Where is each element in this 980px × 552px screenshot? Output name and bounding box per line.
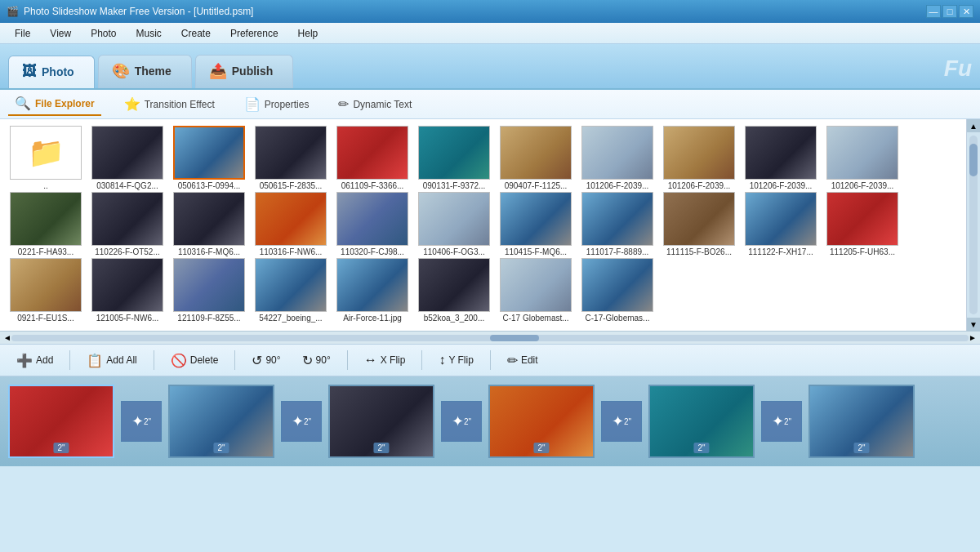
list-item[interactable]: 111017-F-8889...	[578, 192, 657, 256]
list-item[interactable]: 101206-F-2039...	[742, 126, 820, 190]
filmstrip-item-1[interactable]: 2"	[8, 385, 114, 458]
scroll-right-button[interactable]: ►	[969, 333, 977, 342]
filmstrip-item-6[interactable]: 2"	[808, 385, 915, 458]
list-item[interactable]: C-17-Globemas...	[578, 258, 657, 323]
tab-photo[interactable]: 🖼 Photo	[8, 56, 95, 88]
transition-icon-5: ✦	[772, 412, 784, 430]
publish-tab-icon: 📤	[209, 62, 227, 80]
list-item[interactable]: 121005-F-NW6...	[88, 258, 167, 323]
list-item[interactable]: 121109-F-8Z55...	[170, 258, 248, 323]
filmstrip-item-3[interactable]: 2"	[328, 385, 434, 458]
list-item[interactable]: 111122-F-XH17...	[742, 192, 820, 256]
list-item[interactable]: 101206-F-2039...	[660, 126, 738, 190]
menu-create[interactable]: Create	[172, 25, 220, 42]
image-thumb	[663, 192, 735, 246]
minimize-button[interactable]: —	[926, 5, 941, 18]
maximize-button[interactable]: □	[942, 5, 957, 18]
h-scroll-thumb[interactable]	[490, 335, 539, 341]
list-item[interactable]: 090131-F-9372...	[415, 126, 493, 190]
scroll-track[interactable]	[969, 136, 978, 314]
list-item[interactable]: 0221-F-HA93...	[7, 192, 85, 256]
list-item[interactable]: 110406-F-OG3...	[415, 192, 493, 256]
list-item[interactable]: 110226-F-OT52...	[88, 192, 167, 256]
list-item[interactable]: 101206-F-2039...	[823, 126, 902, 190]
add-all-button[interactable]: 📋 Add All	[78, 349, 145, 372]
filmstrip-transition-5[interactable]: ✦ 2"	[761, 401, 802, 442]
tab-publish[interactable]: 📤 Publish	[195, 55, 294, 88]
toolbar-dynamic-text[interactable]: ✏ Dynamic Text	[332, 93, 418, 115]
close-button[interactable]: ✕	[959, 5, 973, 18]
film-duration-6: 2"	[853, 443, 869, 453]
rotate-cw-button[interactable]: ↻ 90°	[294, 349, 339, 372]
filmstrip-item-4[interactable]: 2"	[488, 385, 595, 458]
filmstrip-item-2[interactable]: 2"	[168, 385, 274, 458]
rotate-cw-icon: ↻	[302, 353, 313, 368]
rotate-ccw-button[interactable]: ↺ 90°	[243, 349, 288, 372]
list-item[interactable]: 050613-F-0994...	[170, 126, 248, 190]
list-item[interactable]: 110316-F-MQ6...	[170, 192, 248, 256]
filmstrip-item-5[interactable]: 2"	[648, 385, 755, 458]
menu-help[interactable]: Help	[288, 25, 328, 42]
list-item[interactable]: 030814-F-QG2...	[88, 126, 167, 190]
menu-file[interactable]: File	[5, 25, 40, 42]
grid-row-2: 0221-F-HA93... 110226-F-OT52... 110316-F…	[7, 192, 960, 256]
list-item[interactable]: 110415-F-MQ6...	[497, 192, 575, 256]
file-grid[interactable]: 📁 .. 030814-F-QG2... 050613-F-0994... 05…	[0, 119, 967, 331]
x-flip-button[interactable]: ↔ X Flip	[356, 349, 414, 371]
delete-button[interactable]: 🚫 Delete	[163, 349, 227, 372]
list-item[interactable]: 061109-F-3366...	[333, 126, 412, 190]
delete-icon: 🚫	[171, 353, 187, 368]
image-thumb	[336, 258, 408, 312]
list-item[interactable]: 101206-F-2039...	[578, 126, 657, 190]
add-button[interactable]: ➕ Add	[8, 349, 61, 372]
list-item[interactable]: 110320-F-CJ98...	[333, 192, 412, 256]
image-label: 111205-F-UH63...	[826, 247, 898, 256]
transition-label-2: 2"	[304, 417, 311, 426]
list-item[interactable]: Air-Force-11.jpg	[333, 258, 412, 323]
filmstrip[interactable]: 2" ✦ 2" 2" ✦ 2" 2" ✦ 2" 2" ✦ 2"	[0, 376, 980, 466]
horizontal-scrollbar[interactable]: ◄ ►	[0, 331, 980, 344]
film-duration-3: 2"	[373, 443, 389, 453]
grid-item-folder[interactable]: 📁 ..	[7, 126, 85, 190]
filmstrip-transition-3[interactable]: ✦ 2"	[441, 401, 482, 442]
edit-button[interactable]: ✏ Edit	[499, 349, 546, 372]
y-flip-label: Y Flip	[448, 354, 473, 366]
menu-music[interactable]: Music	[127, 25, 172, 42]
film-duration-4: 2"	[533, 443, 549, 453]
toolbar-transition-effect[interactable]: ⭐ Transition Effect	[118, 93, 221, 115]
image-thumb	[500, 192, 572, 246]
h-scroll-track[interactable]	[11, 335, 969, 341]
theme-tab-icon: 🎨	[112, 62, 130, 80]
list-item[interactable]: 050615-F-2835...	[252, 126, 330, 190]
list-item[interactable]: 111115-F-BO26...	[660, 192, 738, 256]
list-item[interactable]: 54227_boeing_...	[252, 258, 330, 323]
titlebar-controls[interactable]: — □ ✕	[926, 5, 973, 18]
transition-label-5: 2"	[784, 417, 791, 426]
toolbar-file-explorer[interactable]: 🔍 File Explorer	[8, 92, 101, 116]
toolbar-properties[interactable]: 📄 Properties	[238, 93, 316, 115]
menu-photo[interactable]: Photo	[81, 25, 126, 42]
scroll-up-button[interactable]: ▲	[967, 119, 980, 132]
list-item[interactable]: C-17 Globemast...	[497, 258, 575, 323]
grid-row-3: 0921-F-EU1S... 121005-F-NW6... 121109-F-…	[7, 258, 960, 323]
tabbar: 🖼 Photo 🎨 Theme 📤 Publish Fu	[0, 44, 980, 90]
filmstrip-transition-2[interactable]: ✦ 2"	[281, 401, 322, 442]
menu-preference[interactable]: Preference	[220, 25, 288, 42]
tab-theme[interactable]: 🎨 Theme	[98, 55, 192, 88]
list-item[interactable]: b52koa_3_200...	[415, 258, 493, 323]
scroll-down-button[interactable]: ▼	[967, 318, 980, 331]
list-item[interactable]: 0921-F-EU1S...	[7, 258, 85, 323]
scroll-thumb[interactable]	[969, 144, 978, 176]
filmstrip-transition-1[interactable]: ✦ 2"	[121, 401, 162, 442]
vertical-scrollbar[interactable]: ▲ ▼	[967, 119, 980, 331]
list-item[interactable]: 111205-F-UH63...	[823, 192, 902, 256]
scroll-left-button[interactable]: ◄	[3, 333, 11, 342]
filmstrip-transition-4[interactable]: ✦ 2"	[601, 401, 642, 442]
list-item[interactable]: 110316-F-NW6...	[252, 192, 330, 256]
image-thumb	[418, 192, 490, 246]
image-thumb	[173, 192, 245, 246]
image-label: 110226-F-OT52...	[91, 247, 163, 256]
list-item[interactable]: 090407-F-1125...	[497, 126, 575, 190]
y-flip-button[interactable]: ↕ Y Flip	[430, 349, 481, 371]
menu-view[interactable]: View	[40, 25, 81, 42]
